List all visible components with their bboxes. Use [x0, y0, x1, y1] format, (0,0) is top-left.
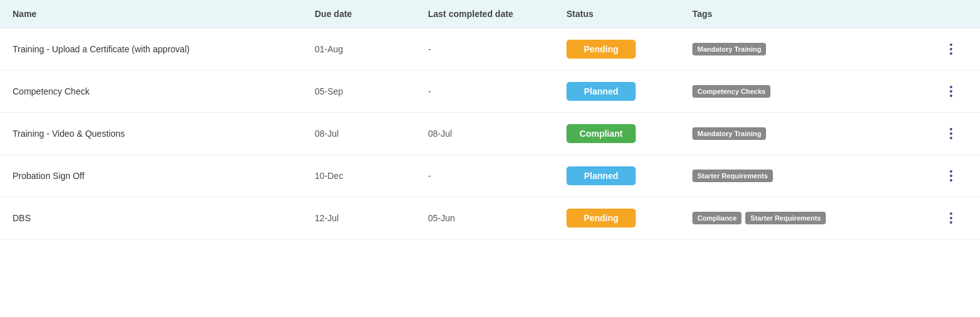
tag-badge: Mandatory Training [692, 43, 766, 55]
tag-badge: Starter Requirements [745, 212, 826, 224]
status-badge: Compliant [566, 124, 636, 143]
row-due-date: 10-Dec [315, 171, 343, 181]
training-table: Name Due date Last completed date Status… [0, 0, 980, 317]
tags-cell: Mandatory Training [692, 125, 967, 142]
row-name: Training - Video & Questions [13, 129, 125, 139]
tag-badge: Compliance [692, 212, 741, 224]
tags-cell: Competency Checks [692, 83, 967, 100]
kebab-menu-button[interactable] [947, 168, 955, 184]
tags-cell: ComplianceStarter Requirements [692, 210, 967, 226]
row-last-completed: 08-Jul [428, 129, 452, 139]
row-due-date: 05-Sep [315, 86, 343, 96]
status-badge: Planned [566, 82, 636, 101]
table-row: DBS12-Jul05-JunPendingComplianceStarter … [0, 197, 980, 239]
row-name: Probation Sign Off [13, 171, 84, 181]
row-name: Training - Upload a Certificate (with ap… [13, 44, 189, 54]
row-last-completed: - [428, 86, 431, 96]
table-body: Training - Upload a Certificate (with ap… [0, 28, 980, 239]
header-status: Status [566, 9, 692, 19]
row-due-date: 08-Jul [315, 129, 339, 139]
kebab-menu-button[interactable] [947, 83, 955, 100]
row-last-completed: - [428, 171, 431, 181]
table-row: Competency Check05-Sep-PlannedCompetency… [0, 71, 980, 113]
status-badge: Pending [566, 209, 636, 228]
kebab-menu-button[interactable] [947, 41, 955, 57]
table-row: Probation Sign Off10-Dec-PlannedStarter … [0, 155, 980, 197]
status-badge: Planned [566, 166, 636, 185]
row-name: DBS [13, 213, 31, 223]
kebab-menu-button[interactable] [947, 125, 955, 142]
status-badge: Pending [566, 40, 636, 59]
row-due-date: 01-Aug [315, 44, 343, 54]
table-row: Training - Upload a Certificate (with ap… [0, 28, 980, 71]
tags-cell: Mandatory Training [692, 41, 967, 57]
tag-badge: Competency Checks [692, 85, 770, 98]
table-row: Training - Video & Questions08-Jul08-Jul… [0, 113, 980, 155]
tag-badge: Starter Requirements [692, 170, 773, 182]
row-last-completed: - [428, 44, 431, 54]
tags-cell: Starter Requirements [692, 168, 967, 184]
row-name: Competency Check [13, 86, 89, 96]
header-tags: Tags [692, 9, 967, 19]
row-last-completed: 05-Jun [428, 213, 455, 223]
table-header: Name Due date Last completed date Status… [0, 0, 980, 28]
header-name: Name [13, 9, 315, 19]
tag-badge: Mandatory Training [692, 127, 766, 140]
kebab-menu-button[interactable] [947, 210, 955, 226]
header-due-date: Due date [315, 9, 428, 19]
row-due-date: 12-Jul [315, 213, 339, 223]
header-last-completed: Last completed date [428, 9, 566, 19]
